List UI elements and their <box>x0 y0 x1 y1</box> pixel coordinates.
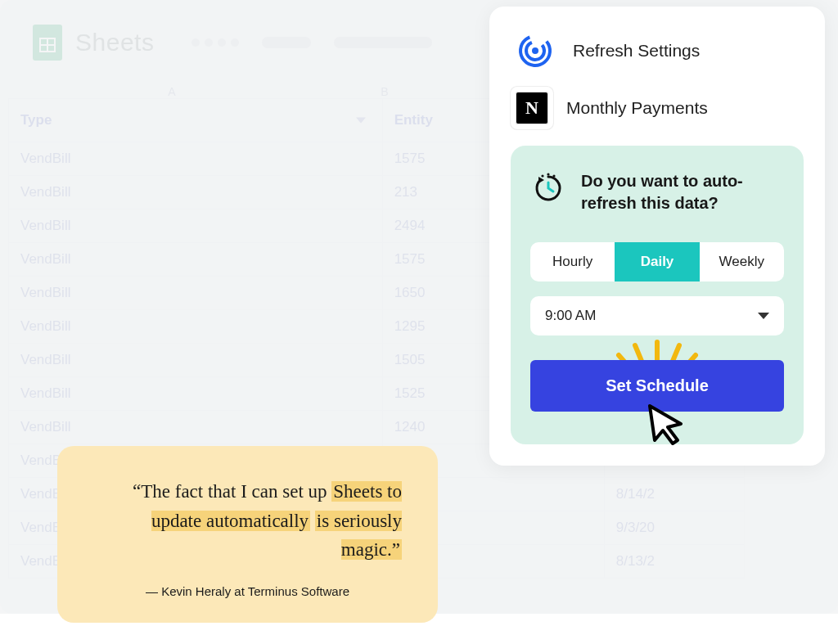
svg-point-5 <box>552 174 555 177</box>
svg-point-2 <box>532 47 538 54</box>
set-schedule-button[interactable]: Set Schedule <box>530 360 784 412</box>
auto-refresh-question: Do you want to auto-refresh this data? <box>581 170 784 214</box>
svg-point-6 <box>541 174 543 177</box>
frequency-option-daily[interactable]: Daily <box>615 242 699 281</box>
auto-refresh-card: Do you want to auto-refresh this data? H… <box>511 146 804 444</box>
frequency-option-weekly[interactable]: Weekly <box>700 242 784 281</box>
refresh-settings-panel: Refresh Settings N Monthly Payments Do y… <box>489 7 825 466</box>
chevron-down-icon <box>758 313 769 319</box>
panel-title: Refresh Settings <box>573 41 700 61</box>
frequency-selector: HourlyDailyWeekly <box>530 242 784 281</box>
netsuite-logo-icon: N <box>516 92 548 124</box>
toolbar-placeholder-pill <box>262 37 311 48</box>
svg-marker-3 <box>538 177 544 183</box>
frequency-option-hourly[interactable]: Hourly <box>530 242 615 281</box>
app-title: Sheets <box>75 29 154 56</box>
sheets-logo-icon <box>33 25 62 61</box>
toolbar-placeholder-pill <box>334 37 432 48</box>
testimonial-card: “The fact that I can set up Sheets to up… <box>57 446 438 623</box>
chevron-down-icon <box>356 118 366 124</box>
testimonial-attribution: — Kevin Heraly at Terminus Software <box>93 584 402 598</box>
refresh-clock-icon <box>530 170 566 206</box>
testimonial-text: “The fact that I can set up Sheets to up… <box>93 477 402 565</box>
time-select[interactable]: 9:00 AM <box>530 296 784 336</box>
toolbar-placeholder <box>191 38 239 47</box>
connection-name: Monthly Payments <box>566 98 708 118</box>
svg-point-4 <box>547 173 549 175</box>
column-header-type[interactable]: Type <box>9 99 383 142</box>
coefficient-logo-icon <box>516 31 555 70</box>
selected-time: 9:00 AM <box>545 308 596 324</box>
